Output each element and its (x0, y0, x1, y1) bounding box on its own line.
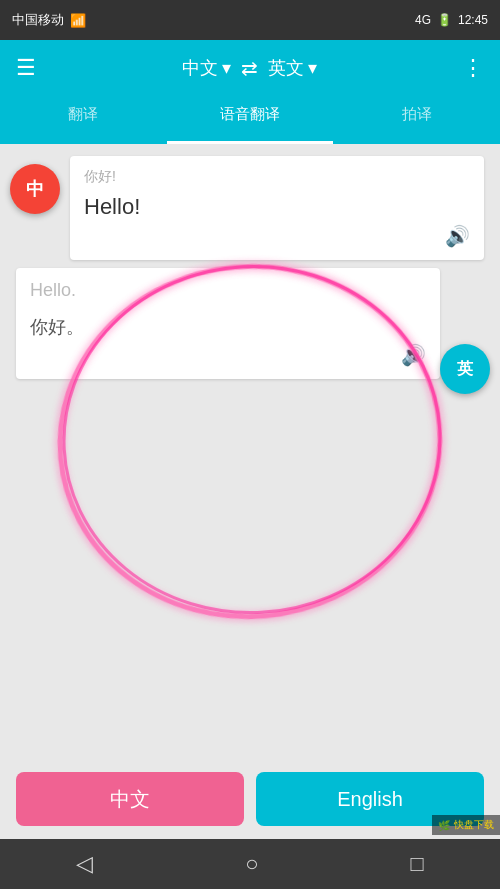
bottom-language-buttons: 中文 English (0, 759, 500, 839)
tab-translate[interactable]: 翻译 (0, 96, 167, 144)
battery-icon: 🔋 (437, 13, 452, 27)
navigation-bar: ◁ ○ □ (0, 839, 500, 889)
status-right: 4G 🔋 12:45 (415, 13, 488, 27)
reverse-translated-text: 你好。 (30, 315, 426, 339)
source-text-label: 你好! (84, 168, 470, 186)
card1-speaker-icon[interactable]: 🔊 (445, 224, 470, 248)
app-bar-center: 中文 ▾ ⇄ 英文 ▾ (36, 56, 462, 80)
time-display: 12:45 (458, 13, 488, 27)
card2-speaker-icon[interactable]: 🔊 (401, 343, 426, 367)
main-content: 中 你好! Hello! 🔊 英 Hello. 你好。 🔊 (0, 144, 500, 759)
input-placeholder-text: Hello. (30, 280, 426, 301)
watermark-text: 快盘下载 (454, 818, 494, 832)
swap-languages-icon[interactable]: ⇄ (241, 56, 258, 80)
target-lang-selector[interactable]: 英文 ▾ (268, 56, 317, 80)
card1-speaker-container: 🔊 (84, 224, 470, 248)
target-translation-card: Hello. 你好。 🔊 (16, 268, 440, 379)
back-button[interactable]: ◁ (76, 851, 93, 877)
watermark-icon: 🌿 (438, 820, 450, 831)
target-lang-label: 英文 (268, 56, 304, 80)
target-lang-dropdown-icon: ▾ (308, 57, 317, 79)
carrier-text: 中国移动 (12, 11, 64, 29)
tab-camera-translate[interactable]: 拍译 (333, 96, 500, 144)
carrier-icon: 📶 (70, 13, 86, 28)
status-bar: 中国移动 📶 4G 🔋 12:45 (0, 0, 500, 40)
source-translation-card: 你好! Hello! 🔊 (70, 156, 484, 260)
source-lang-selector[interactable]: 中文 ▾ (182, 56, 231, 80)
chinese-input-button[interactable]: 中 (10, 164, 60, 214)
tab-voice-translate[interactable]: 语音翻译 (167, 96, 334, 144)
source-lang-dropdown-icon: ▾ (222, 57, 231, 79)
home-button[interactable]: ○ (245, 851, 258, 877)
card2-speaker-container: 🔊 (30, 343, 426, 367)
english-input-button[interactable]: 英 (440, 344, 490, 394)
app-bar: ☰ 中文 ▾ ⇄ 英文 ▾ ⋮ (0, 40, 500, 96)
network-type: 4G (415, 13, 431, 27)
menu-icon[interactable]: ☰ (16, 55, 36, 81)
more-options-icon[interactable]: ⋮ (462, 55, 484, 81)
watermark: 🌿 快盘下载 (432, 815, 500, 835)
chinese-language-button[interactable]: 中文 (16, 772, 244, 826)
tab-bar: 翻译 语音翻译 拍译 (0, 96, 500, 144)
translated-text: Hello! (84, 194, 470, 220)
source-lang-label: 中文 (182, 56, 218, 80)
status-left: 中国移动 📶 (12, 11, 86, 29)
recents-button[interactable]: □ (411, 851, 424, 877)
